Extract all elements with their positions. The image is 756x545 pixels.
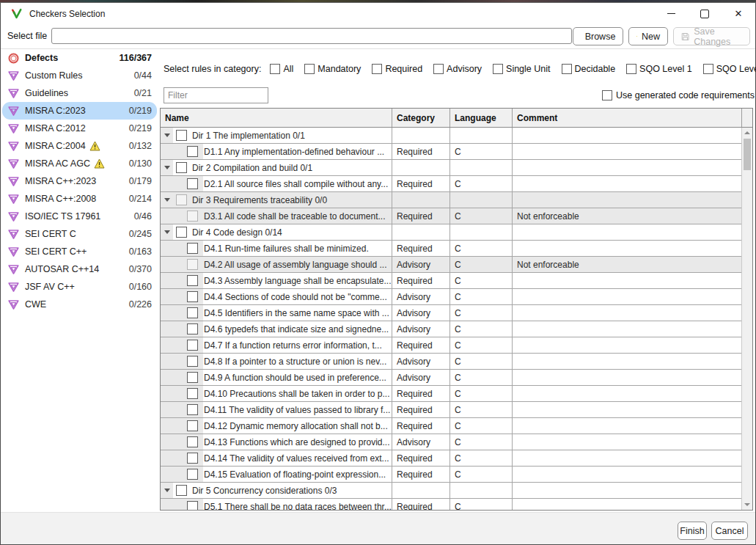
category-option-single-unit[interactable]: Single Unit: [493, 64, 550, 74]
comment-cell[interactable]: [513, 224, 742, 240]
category-checkbox-all[interactable]: [270, 64, 280, 74]
vertical-scrollbar[interactable]: [741, 128, 752, 510]
sidebar-item-misra-c-2004[interactable]: MISRA C:20040/132: [2, 137, 157, 155]
comment-cell[interactable]: Not enforceable: [513, 257, 742, 272]
scroll-down-button[interactable]: [742, 500, 752, 510]
category-option-advisory[interactable]: Advisory: [433, 64, 482, 74]
group-checkbox[interactable]: [176, 130, 187, 141]
expander-icon[interactable]: [164, 230, 170, 234]
rule-checkbox[interactable]: [187, 291, 198, 302]
new-button[interactable]: New: [628, 27, 668, 45]
category-checkbox-required[interactable]: [372, 64, 382, 74]
rule-checkbox[interactable]: [187, 469, 198, 480]
group-checkbox[interactable]: [176, 227, 187, 238]
rule-checkbox[interactable]: [187, 404, 198, 415]
sidebar-item-sei-cert-c[interactable]: SEI CERT C0/245: [2, 225, 157, 243]
category-checkbox-single-unit[interactable]: [493, 64, 503, 74]
rule-checkbox[interactable]: [187, 453, 198, 464]
category-checkbox-sqo-level-2[interactable]: [703, 64, 713, 74]
comment-cell[interactable]: [513, 241, 742, 256]
category-option-decidable[interactable]: Decidable: [562, 64, 616, 74]
comment-cell[interactable]: [513, 289, 742, 304]
expander-icon[interactable]: [164, 133, 170, 137]
sidebar-item-misra-c-2012[interactable]: MISRA C:20120/219: [2, 120, 157, 137]
category-option-required[interactable]: Required: [372, 64, 422, 74]
rule-checkbox[interactable]: [187, 178, 198, 189]
rule-checkbox[interactable]: [187, 356, 198, 367]
maximize-button[interactable]: [688, 3, 722, 24]
comment-cell[interactable]: [513, 467, 742, 482]
rule-checkbox[interactable]: [187, 340, 198, 351]
rule-checkbox[interactable]: [187, 211, 198, 222]
category-checkbox-mandatory[interactable]: [304, 64, 315, 74]
sidebar-item-sei-cert-c[interactable]: SEI CERT C++0/163: [2, 243, 157, 260]
comment-cell[interactable]: [513, 450, 742, 466]
category-option-sqo-level-1[interactable]: SQO Level 1: [626, 64, 692, 74]
comment-cell[interactable]: [513, 337, 742, 353]
column-header-name[interactable]: Name: [161, 109, 392, 127]
rule-checkbox[interactable]: [187, 307, 198, 318]
rule-checkbox[interactable]: [187, 420, 198, 431]
column-header-category[interactable]: Category: [392, 109, 450, 127]
save-changes-button[interactable]: Save Changes: [673, 27, 750, 45]
close-button[interactable]: ✕: [722, 3, 755, 24]
category-checkbox-advisory[interactable]: [433, 64, 444, 74]
rule-checkbox[interactable]: [187, 436, 198, 447]
comment-cell[interactable]: [513, 354, 742, 369]
expander-icon[interactable]: [164, 198, 170, 202]
rule-checkbox[interactable]: [187, 146, 198, 157]
sidebar-item-misra-c-2023[interactable]: MISRA C:20230/219: [2, 102, 157, 120]
rule-checkbox[interactable]: [187, 388, 198, 399]
comment-cell[interactable]: [513, 160, 742, 175]
sidebar-item-autosar-c-14[interactable]: AUTOSAR C++140/370: [2, 260, 157, 278]
minimize-button[interactable]: [654, 3, 688, 24]
browse-button[interactable]: Browse: [573, 27, 623, 45]
group-checkbox[interactable]: [176, 162, 187, 173]
comment-cell[interactable]: [513, 305, 742, 321]
group-checkbox[interactable]: [176, 194, 187, 205]
comment-cell[interactable]: [513, 499, 742, 510]
comment-cell[interactable]: [513, 402, 742, 417]
comment-cell[interactable]: [513, 192, 742, 208]
comment-cell[interactable]: [513, 321, 742, 337]
category-option-all[interactable]: All: [270, 64, 293, 74]
comment-cell[interactable]: [513, 128, 742, 143]
rule-checkbox[interactable]: [187, 259, 198, 270]
comment-cell[interactable]: [513, 144, 742, 159]
category-option-sqo-level-2[interactable]: SQO Level 2: [703, 64, 756, 74]
sidebar-item-jsf-av-c[interactable]: JSF AV C++0/160: [2, 278, 157, 296]
rule-checkbox[interactable]: [187, 243, 198, 254]
sidebar-item-misra-ac-agc[interactable]: MISRA AC AGC0/130: [2, 155, 157, 172]
sidebar-item-defects[interactable]: Defects116/367: [2, 49, 157, 67]
use-generated-code-option[interactable]: Use generated code requirements: [602, 90, 755, 100]
sidebar-item-misra-c-2008[interactable]: MISRA C++:20080/214: [2, 190, 157, 208]
sidebar-item-guidelines[interactable]: Guidelines0/21: [2, 84, 157, 102]
cancel-button[interactable]: Cancel: [711, 522, 748, 540]
column-header-language[interactable]: Language: [450, 109, 513, 127]
filter-input[interactable]: [164, 87, 268, 103]
rule-checkbox[interactable]: [187, 323, 198, 334]
category-checkbox-decidable[interactable]: [562, 64, 572, 74]
comment-cell[interactable]: [513, 370, 742, 385]
comment-cell[interactable]: [513, 273, 742, 288]
category-checkbox-sqo-level-1[interactable]: [626, 64, 636, 74]
comment-cell[interactable]: Not enforceable: [513, 208, 742, 224]
rule-checkbox[interactable]: [187, 372, 198, 383]
comment-cell[interactable]: [513, 418, 742, 434]
select-file-input[interactable]: [51, 28, 572, 44]
sidebar-item-custom-rules[interactable]: Custom Rules0/44: [2, 67, 157, 84]
comment-cell[interactable]: [513, 386, 742, 401]
column-header-comment[interactable]: Comment: [513, 109, 742, 127]
sidebar-item-cwe[interactable]: CWE0/226: [2, 296, 157, 313]
scroll-up-button[interactable]: [742, 128, 752, 138]
comment-cell[interactable]: [513, 176, 742, 191]
scrollbar-thumb[interactable]: [744, 139, 751, 170]
comment-cell[interactable]: [513, 434, 742, 450]
expander-icon[interactable]: [164, 489, 170, 492]
comment-cell[interactable]: [513, 483, 742, 498]
category-option-mandatory[interactable]: Mandatory: [304, 64, 361, 74]
group-checkbox[interactable]: [176, 485, 187, 496]
use-generated-code-checkbox[interactable]: [602, 90, 612, 100]
sidebar-item-misra-c-2023[interactable]: MISRA C++:20230/179: [2, 172, 157, 190]
rule-checkbox[interactable]: [187, 501, 198, 510]
